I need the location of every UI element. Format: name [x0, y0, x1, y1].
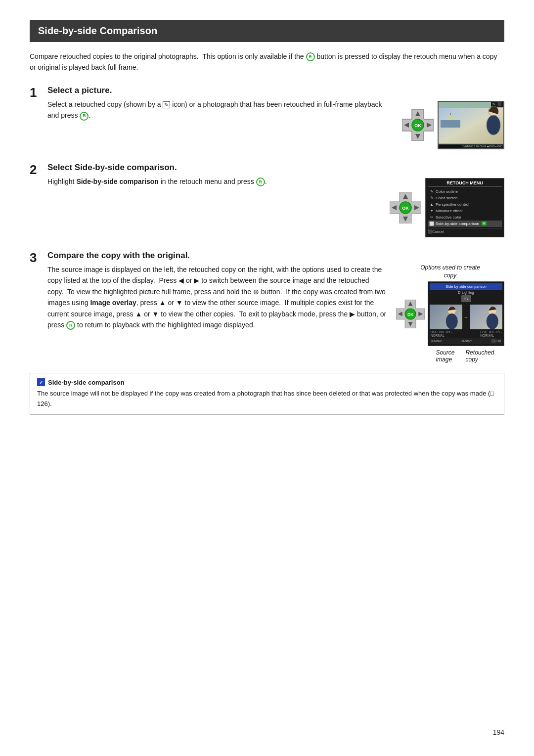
- dpad-step3: OK: [396, 300, 425, 328]
- svg-marker-11: [445, 115, 455, 120]
- step-3-number: 3: [30, 251, 44, 264]
- step-1-screen: ✎⬛: [438, 101, 504, 149]
- file-info-row: DSC_001.JPGNORMAL CSC_001.JPGNORMAL: [430, 330, 502, 337]
- ok-ref-1: R: [80, 112, 89, 121]
- comparison-images: →: [430, 305, 502, 329]
- step-1-body: Select a retouched copy (shown by a ✎ ic…: [47, 99, 394, 121]
- svg-rect-10: [441, 120, 460, 128]
- page-number: 194: [493, 728, 504, 736]
- step-2-number: 2: [30, 163, 44, 176]
- menu-cancel-label: ⬛Cancel: [428, 229, 444, 234]
- note-title: Side-by-side comparison: [48, 379, 125, 386]
- note-icon: ✓: [37, 378, 45, 386]
- step-3-illustration: Options used to createcopy OK: [396, 264, 504, 363]
- menu-title: RETOUCH MENU: [428, 180, 502, 187]
- step-1-row: 1 Select a picture. Select a retouched c…: [30, 85, 504, 149]
- step-1-content: Select a picture. Select a retouched cop…: [47, 85, 504, 149]
- comparison-title-bar: Side-by-side comparison: [430, 283, 502, 290]
- menu-bottom-bar: ⬛Cancel: [428, 228, 502, 234]
- retouched-file-label: CSC_001.JPGNORMAL: [480, 330, 501, 337]
- step-2-title: Select Side-by-side comparison.: [47, 162, 504, 173]
- step-1-title: Select a picture.: [47, 85, 504, 96]
- step-3-content: Compare the copy with the original. The …: [47, 250, 504, 363]
- dlighting-icon: F₁: [461, 295, 471, 302]
- options-caption: Options used to createcopy: [420, 264, 480, 279]
- move-label: ⊳Move: [431, 339, 442, 343]
- svg-text:OK: OK: [414, 123, 421, 128]
- menu-item-sidebyside: ⬜ Side-by-side comparison ⊛: [428, 221, 502, 227]
- note-header: ✓ Side-by-side comparison: [37, 378, 497, 386]
- retouch-menu-screen: RETOUCH MENU ✎ Color outline ✎ Color ske…: [425, 178, 504, 237]
- svg-text:OK: OK: [407, 312, 413, 316]
- selective-icon: ✂: [429, 215, 434, 220]
- comparison-screen: Side-by-side comparison D-Lighting F₁: [428, 281, 504, 346]
- svg-point-30: [446, 313, 458, 329]
- color-outline-icon: ✎: [429, 189, 434, 194]
- title-text: Side-by-side Comparison: [38, 25, 157, 36]
- page-container: Side-by-side Comparison Compare retouche…: [30, 20, 504, 415]
- menu-item-miniature: ✦ Miniature effect: [428, 208, 502, 214]
- comparison-bottom-bar: ⊳Move ⊕Zoom ⬛Exit: [430, 338, 502, 344]
- section-title: Side-by-side Comparison: [30, 20, 504, 42]
- menu-item-color-sketch: ✎ Color sketch: [428, 195, 502, 201]
- svg-point-9: [487, 115, 500, 135]
- exit-label: ⬛Exit: [491, 339, 501, 343]
- svg-text:F₁: F₁: [464, 297, 468, 301]
- svg-point-32: [486, 313, 498, 329]
- step-1-illustration: OK ✎⬛: [402, 101, 504, 149]
- comparison-sublabel: D-Lighting: [430, 291, 502, 294]
- menu-item-color-outline: ✎ Color outline: [428, 188, 502, 195]
- step-2-content: Select Side-by-side comparison. Highligh…: [47, 162, 504, 237]
- landscape-hint: [441, 113, 460, 128]
- step-3-title: Compare the copy with the original.: [47, 250, 504, 261]
- source-retouched-labels: Sourceimage Retouchedcopy: [401, 349, 500, 363]
- step-2-row: 2 Select Side-by-side comparison. Highli…: [30, 162, 504, 237]
- svg-text:OK: OK: [402, 206, 409, 211]
- note-text: The source image will not be displayed i…: [37, 389, 497, 409]
- step-2-body: Highlight Side-by-side comparison in the…: [47, 176, 382, 187]
- retouched-icon: ✎: [163, 101, 170, 108]
- ok-ref-2: R: [256, 178, 265, 186]
- miniature-icon: ✦: [429, 208, 434, 213]
- dpad-step2: OK: [390, 192, 421, 223]
- arrow-between: →: [464, 305, 469, 329]
- retouched-image-thumb: [470, 305, 503, 329]
- perspective-icon: ▲: [429, 202, 434, 207]
- intro-paragraph: Compare retouched copies to the original…: [30, 51, 504, 73]
- step-2-illustration: OK RETOUCH MENU ✎ Color outline ✎ Color …: [390, 178, 504, 237]
- zoom-label: ⊕Zoom: [461, 339, 473, 343]
- ok-button-ref: R: [306, 52, 315, 61]
- step-3-row: 3 Compare the copy with the original. Th…: [30, 250, 504, 363]
- step-1-number: 1: [30, 86, 44, 99]
- sidebyside-icon: ⬜: [429, 221, 434, 226]
- source-label: Sourceimage: [436, 349, 454, 363]
- step-3-body: The source image is displayed on the lef…: [47, 264, 388, 330]
- ok-ref-3: R: [66, 321, 75, 330]
- source-image-thumb: [430, 305, 462, 329]
- note-box: ✓ Side-by-side comparison The source ima…: [30, 373, 504, 415]
- menu-item-selective: ✂ Selective color: [428, 214, 502, 221]
- comparison-screen-row: OK Side-by-side comparison D-Lighting F₁: [396, 281, 504, 346]
- dpad-step1: OK: [402, 109, 434, 141]
- menu-item-perspective: ▲ Perspective control: [428, 201, 502, 208]
- person-silhouette: [476, 105, 501, 139]
- retouched-label: Retouchedcopy: [465, 349, 494, 363]
- color-sketch-icon: ✎: [429, 195, 434, 200]
- source-file-label: DSC_001.JPGNORMAL: [431, 330, 452, 337]
